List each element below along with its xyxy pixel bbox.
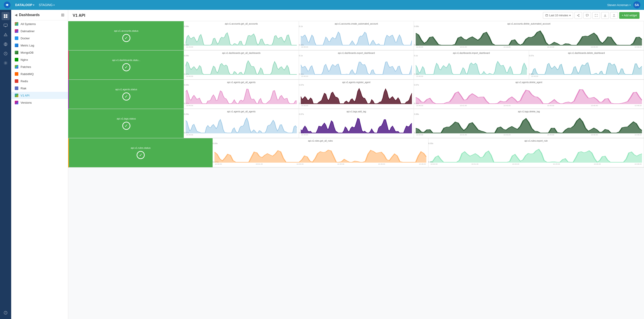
sidebar-item-patches[interactable]: Patches ≡ — [11, 63, 68, 70]
env-chevron: ▾ — [54, 4, 54, 6]
sidebar-item-rabbitmq[interactable]: RabbitMQ ≡ — [11, 70, 68, 77]
chart-cell: api.v1.dashboards.get_all_dashboards0.09… — [184, 50, 299, 79]
svg-rect-4 — [4, 16, 5, 18]
share-btn[interactable] — [574, 12, 582, 19]
sidebar-item-versions[interactable]: Versions ≡ — [11, 99, 68, 106]
brand-nav[interactable]: DATALOOP ▾ — [15, 3, 34, 7]
sidebar-label-versions: Versions — [20, 101, 32, 104]
chart-title: api.v1.agents.get_all_agents — [186, 81, 297, 83]
chart-x-labels: 10:45:00 — [301, 134, 412, 136]
status-cell: api.v1.accounts.status✓ — [69, 21, 184, 50]
nav-integrations[interactable] — [2, 40, 10, 48]
user-avatar[interactable]: SA — [633, 1, 640, 8]
brand-chevron: ▾ — [33, 4, 34, 6]
chart-area — [301, 25, 412, 45]
nav-clock[interactable] — [2, 50, 10, 58]
sidebar-icon-redis — [15, 79, 18, 83]
chart-x-labels: 10:45:00 — [186, 105, 297, 107]
chart-cell: api.v1.dashboards.delete_dashboard0.07s0… — [529, 50, 644, 79]
add-widget-btn[interactable]: + Add widget — [619, 12, 640, 19]
nav-help[interactable]: ? — [2, 309, 10, 317]
chart-cell: api.v1.rules.export_rule0.05s0.04s10:40:… — [428, 138, 644, 167]
sidebar-item-redis[interactable]: Redis ≡ — [11, 77, 68, 85]
nav-alerts[interactable] — [2, 31, 10, 39]
sidebar-label-metric-lag: Metric Lag — [20, 44, 34, 47]
chart-x-labels: 10:45:00 — [186, 134, 297, 136]
dashboard-row: api.v1.dashboards.statu...✓api.v1.dashbo… — [68, 50, 644, 80]
chart-area — [416, 55, 527, 75]
chart-cell: api.v1.agents.get_all_agents0.09s0.07s10… — [184, 109, 299, 138]
chart-x-labels: 10:45:00 — [301, 105, 412, 107]
chart-area — [301, 84, 412, 104]
nav-monitors[interactable] — [2, 21, 10, 29]
sidebar-item-mongodb[interactable]: MongoDB ≡ — [11, 49, 68, 56]
sidebar-item-nginx[interactable]: Nginx ≡ — [11, 56, 68, 63]
status-checkmark: ✓ — [122, 122, 130, 130]
status-label: api.v1.rules.status — [131, 147, 151, 149]
chart-x-labels: 10:40:0010:41:4010:43:2010:45:0010:46:40… — [416, 105, 642, 107]
status-cell: api.v1.agents.status✓ — [69, 80, 184, 109]
status-label: api.v1.tags.status — [117, 117, 136, 120]
sidebar-add-btn[interactable]: ⊞ — [61, 12, 64, 17]
svg-line-27 — [578, 16, 578, 16]
topnav: DATALOOP ▾ STAGING ▾ Steven Acreman ▾ SA — [0, 0, 644, 10]
chart-area — [531, 55, 642, 75]
chart-title: api.v1.accounts.delete_automated_account — [416, 22, 642, 25]
icon-sidebar: ? — [0, 10, 11, 319]
chart-title: api.v1.agents.register_agent — [301, 81, 412, 83]
sidebar-label-rabbitmq: RabbitMQ — [20, 72, 34, 76]
sidebar-item-riak[interactable]: Riak ≡ — [11, 85, 68, 92]
svg-rect-5 — [6, 16, 8, 18]
sidebar-icon-riak — [15, 86, 18, 90]
nav-settings[interactable] — [2, 59, 10, 67]
nav-dashboards[interactable] — [2, 12, 10, 20]
chart-title: api.v1.tags.add_tag — [301, 110, 412, 113]
chart-cell: api.v1.dashboards.export_dashboard0.1s0.… — [299, 50, 414, 79]
comment-btn[interactable] — [584, 12, 591, 19]
status-checkmark: ✓ — [137, 151, 145, 159]
chart-x-labels: 10:45:00 — [186, 46, 297, 48]
svg-rect-6 — [4, 24, 8, 26]
chart-x-labels: 10:45:00 — [186, 75, 297, 77]
dashboard-row: api.v1.rules.status✓api.v1.rules.get_all… — [68, 138, 644, 168]
chart-x-labels: 10:40:0010:41:4010:43:2010:45:0010:46:40… — [430, 163, 642, 165]
fullscreen-btn[interactable] — [592, 12, 600, 19]
sidebar-label-nginx: Nginx — [20, 58, 28, 61]
export-btn[interactable] — [601, 12, 609, 19]
chart-area — [186, 55, 297, 75]
chart-cell: api.v1.tags.add_tag0.07s0.06s10:45:00 — [299, 109, 414, 138]
sidebar-item-metric-lag[interactable]: Metric Lag ≡ — [11, 42, 68, 49]
chart-area — [301, 113, 412, 133]
sidebar-item-v1api[interactable]: V1 API ≡ — [11, 92, 68, 99]
chart-area — [416, 113, 642, 133]
sidebar-title-btn[interactable]: ◀ Dashboards — [15, 13, 40, 17]
chart-title: api.v1.dashboards.import_dashboard — [416, 52, 527, 54]
time-range-btn[interactable]: Last 10 minutes ▾ — [543, 12, 573, 19]
sidebar-list: All Systems ≡ Dalmatiner ≡ Docker ≡ Metr… — [11, 20, 68, 319]
sidebar-icon-metric-lag — [15, 43, 18, 47]
sidebar-item-all-systems[interactable]: All Systems ≡ — [11, 20, 68, 27]
user-menu[interactable]: Steven Acreman ▾ — [607, 3, 630, 7]
svg-point-24 — [577, 15, 578, 16]
import-btn[interactable] — [610, 12, 618, 19]
chart-title: api.v1.accounts.create_automated_account — [301, 22, 412, 25]
env-nav[interactable]: STAGING ▾ — [39, 3, 54, 7]
chart-x-labels: 10:40:0010:41:4010:43:2010:45:0010:46:40… — [416, 134, 642, 136]
app-logo[interactable] — [4, 1, 11, 8]
sidebar-item-docker[interactable]: Docker ≡ — [11, 35, 68, 42]
status-checkmark: ✓ — [122, 63, 130, 71]
sidebar-label-v1api: V1 API — [20, 94, 30, 97]
svg-point-12 — [5, 43, 6, 45]
svg-rect-3 — [6, 14, 8, 16]
svg-rect-2 — [4, 14, 5, 16]
svg-marker-32 — [416, 31, 642, 45]
sidebar-label-redis: Redis — [20, 79, 28, 83]
svg-line-17 — [6, 54, 6, 54]
sidebar-item-dalmatiner[interactable]: Dalmatiner ≡ — [11, 27, 68, 35]
chart-title: api.v1.rules.export_rule — [430, 140, 642, 142]
svg-marker-31 — [301, 32, 412, 45]
sidebar-label-mongodb: MongoDB — [20, 51, 34, 54]
chart-title: api.v1.dashboards.delete_dashboard — [531, 52, 642, 54]
chart-area — [430, 143, 642, 163]
sidebar-label-dalmatiner: Dalmatiner — [20, 29, 35, 33]
